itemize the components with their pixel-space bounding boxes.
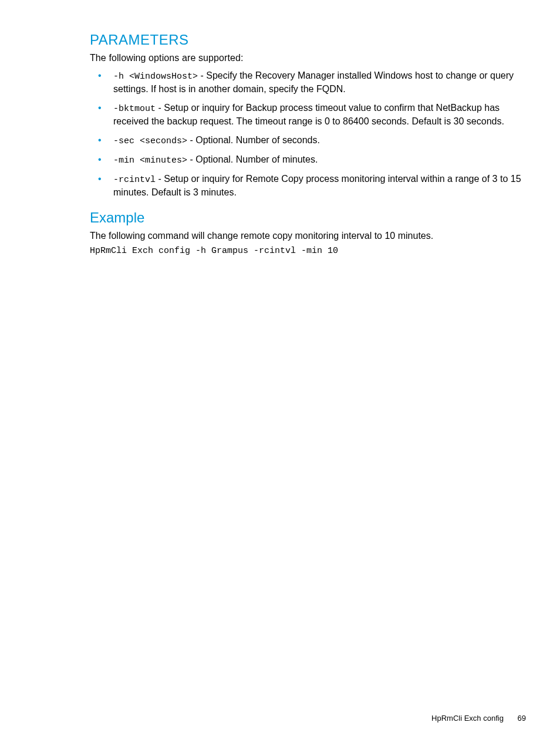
param-code: -rcintvl xyxy=(113,175,156,185)
param-code: -sec <seconds> xyxy=(113,136,187,146)
example-text: The following command will change remote… xyxy=(90,231,529,241)
parameters-intro: The following options are supported: xyxy=(90,53,529,63)
heading-parameters: PARAMETERS xyxy=(90,32,529,48)
param-code: -bktmout xyxy=(113,104,156,114)
list-item: -min <minutes> - Optional. Number of min… xyxy=(90,153,529,167)
footer-page-number: 69 xyxy=(518,714,526,723)
list-item: -sec <seconds> - Optional. Number of sec… xyxy=(90,134,529,147)
param-code: -h <WindowsHost> xyxy=(113,72,198,82)
param-text: - Optional. Number of minutes. xyxy=(187,154,318,164)
list-item: -rcintvl - Setup or inquiry for Remote C… xyxy=(90,173,529,199)
param-text: - Setup or inquiry for Remote Copy proce… xyxy=(113,174,521,197)
list-item: -bktmout - Setup or inquiry for Backup p… xyxy=(90,102,529,128)
footer-title: HpRmCli Exch config xyxy=(431,714,504,723)
param-text: - Optional. Number of seconds. xyxy=(187,135,320,145)
heading-example: Example xyxy=(90,210,529,226)
example-code: HpRmCli Exch config -h Grampus -rcintvl … xyxy=(90,246,529,256)
param-text: - Setup or inquiry for Backup process ti… xyxy=(113,103,504,126)
parameters-list: -h <WindowsHost> - Specify the Recovery … xyxy=(90,69,529,199)
page-footer: HpRmCli Exch config 69 xyxy=(431,714,526,723)
param-code: -min <minutes> xyxy=(113,156,187,166)
list-item: -h <WindowsHost> - Specify the Recovery … xyxy=(90,69,529,96)
